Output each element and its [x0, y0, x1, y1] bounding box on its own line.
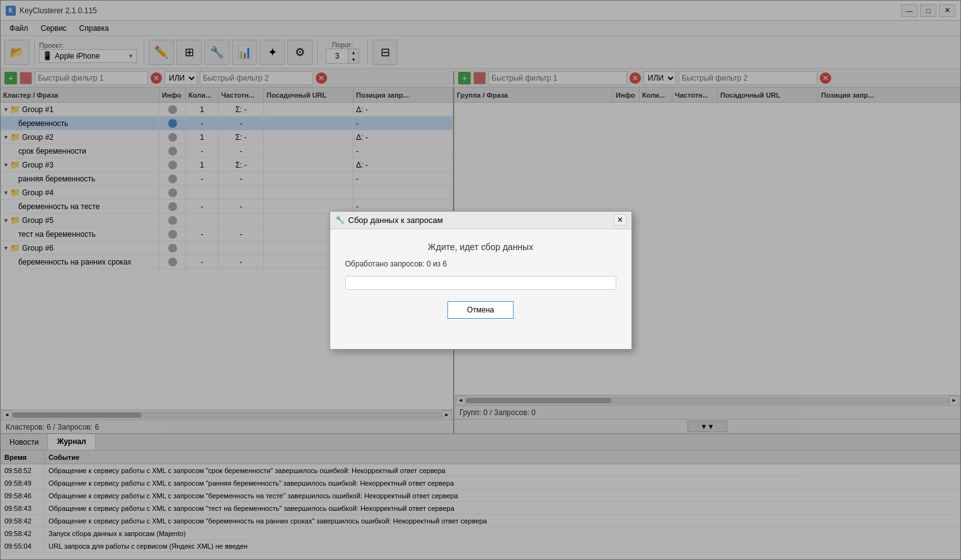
modal-title: Сбор данных к запросам	[348, 215, 614, 225]
modal-cancel-button[interactable]: Отмена	[447, 301, 514, 319]
modal-icon: 🔧	[335, 215, 345, 224]
modal-progress-text: Обработано запросов: 0 из 6	[345, 260, 447, 268]
modal-status-text: Ждите, идет сбор данных	[428, 242, 533, 252]
modal-body: Ждите, идет сбор данных Обработано запро…	[330, 229, 631, 331]
progress-bar-container	[345, 276, 616, 290]
modal-close-button[interactable]: ✕	[614, 214, 626, 226]
modal-overlay: 🔧 Сбор данных к запросам ✕ Ждите, идет с…	[0, 0, 961, 560]
modal-dialog: 🔧 Сбор данных к запросам ✕ Ждите, идет с…	[330, 211, 632, 350]
modal-title-bar: 🔧 Сбор данных к запросам ✕	[330, 212, 631, 229]
